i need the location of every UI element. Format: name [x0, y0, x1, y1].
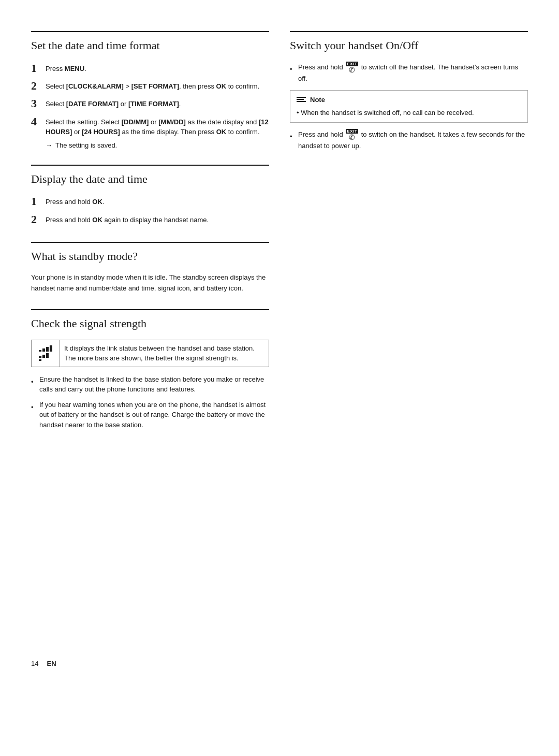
step-2: 2 Select [CLOCK&ALARM] > [SET FORMAT], t…	[31, 79, 269, 93]
bullet-dot-sw1: •	[290, 64, 294, 75]
bullet-dot-1: •	[31, 377, 35, 387]
exit-on-icon: EXIT ✆	[346, 129, 358, 141]
title-set-date-time: Set the date and time format	[31, 38, 269, 53]
left-column: Set the date and time format 1 Press MEN…	[31, 31, 269, 581]
display-step-text-2: Press and hold OK again to display the h…	[46, 213, 209, 225]
section-display-date-time: Display the date and time 1 Press and ho…	[31, 165, 269, 226]
note-box: Note • When the handset is switched off,…	[290, 90, 528, 123]
note-line-3	[297, 101, 306, 102]
arrow-note: → The setting is saved.	[46, 141, 269, 149]
bar-m3	[46, 353, 49, 358]
step-text-4: Select the setting. Select [DD/MM] or [M…	[46, 115, 269, 137]
signal-bars-group	[36, 343, 55, 363]
language-label: EN	[47, 660, 56, 667]
step-4: 4 Select the setting. Select [DD/MM] or …	[31, 115, 269, 137]
step-number-1: 1	[31, 62, 46, 75]
note-line-2	[297, 99, 304, 100]
full-bars	[39, 345, 52, 352]
signal-table: It displays the link status between the …	[31, 340, 269, 367]
note-label: Note	[310, 95, 325, 105]
signal-bullet-text-1: Ensure the handset is linked to the base…	[39, 374, 269, 395]
divider-set-date-time	[31, 31, 269, 32]
title-signal-strength: Check the signal strength	[31, 316, 269, 331]
divider-standby-mode	[31, 242, 269, 243]
title-display-date-time: Display the date and time	[31, 172, 269, 187]
display-step-2: 2 Press and hold OK again to display the…	[31, 213, 269, 226]
display-step-number-1: 1	[31, 195, 46, 208]
step-text-1: Press MENU.	[46, 62, 86, 74]
steps-display-date-time: 1 Press and hold OK. 2 Press and hold OK…	[31, 195, 269, 226]
signal-description-text: It displays the link status between the …	[64, 344, 255, 362]
signal-icons-cell	[32, 340, 60, 367]
switch-bullet-text-2: Press and hold EXIT ✆ to switch on the h…	[298, 129, 528, 151]
arrow-text: The setting is saved.	[55, 141, 117, 149]
exit-off-icon: EXIT ✆	[346, 62, 358, 74]
section-switch-onoff: Switch your handset On/Off • Press and h…	[290, 31, 528, 151]
display-step-text-1: Press and hold OK.	[46, 195, 104, 207]
single-bar-row	[39, 359, 41, 361]
divider-display-date-time	[31, 165, 269, 166]
bullet-dot-2: •	[31, 402, 35, 413]
note-text: • When the handset is switched off, no c…	[297, 108, 521, 118]
switch-bullet-1: • Press and hold EXIT ✆ to switch off th…	[290, 62, 528, 84]
page-number: 14	[31, 660, 38, 667]
display-step-number-2: 2	[31, 213, 46, 226]
bullet-dot-sw2: •	[290, 132, 294, 142]
bar-2	[42, 348, 45, 352]
note-body-text: When the handset is switched off, no cal…	[301, 109, 474, 117]
bar-3	[46, 347, 49, 352]
display-step-1: 1 Press and hold OK.	[31, 195, 269, 208]
step-number-4: 4	[31, 115, 46, 128]
step-number-3: 3	[31, 97, 46, 110]
signal-bullet-1: • Ensure the handset is linked to the ba…	[31, 374, 269, 395]
step-1: 1 Press MENU.	[31, 62, 269, 75]
right-column: Switch your handset On/Off • Press and h…	[290, 31, 528, 581]
section-signal-strength: Check the signal strength	[31, 309, 269, 430]
steps-set-date-time: 1 Press MENU. 2 Select [CLOCK&ALARM] > […	[31, 62, 269, 137]
switch-bullet-text-1: Press and hold EXIT ✆ to switch off the …	[298, 62, 528, 84]
page: Set the date and time format 1 Press MEN…	[0, 0, 559, 756]
bar-m2	[42, 355, 45, 358]
step-text-2: Select [CLOCK&ALARM] > [SET FORMAT], the…	[46, 79, 259, 92]
arrow-symbol: →	[46, 141, 52, 149]
signal-bullet-2: • If you hear warning tones when you are…	[31, 400, 269, 430]
divider-signal-strength	[31, 309, 269, 310]
standby-body: Your phone is in standby mode when it is…	[31, 272, 269, 294]
switch-bullets-2: • Press and hold EXIT ✆ to switch on the…	[290, 129, 528, 151]
step-3: 3 Select [DATE FORMAT] or [TIME FORMAT].	[31, 97, 269, 110]
step-number-2: 2	[31, 79, 46, 93]
step-text-3: Select [DATE FORMAT] or [TIME FORMAT].	[46, 97, 181, 109]
note-lines-icon	[297, 97, 306, 102]
signal-bullets: • Ensure the handset is linked to the ba…	[31, 374, 269, 430]
exit-phone-on: ✆	[349, 134, 355, 141]
bar-m1	[39, 356, 41, 358]
signal-bullet-text-2: If you hear warning tones when you are o…	[39, 400, 269, 430]
table-row: It displays the link status between the …	[32, 340, 269, 367]
section-standby-mode: What is standby mode? Your phone is in s…	[31, 242, 269, 294]
bar-1	[39, 350, 41, 352]
note-line-1	[297, 97, 306, 98]
bar-s1	[39, 359, 41, 361]
medium-bars	[39, 353, 49, 358]
title-switch-onoff: Switch your handset On/Off	[290, 38, 528, 53]
divider-switch-onoff	[290, 31, 528, 32]
page-footer: 14 EN	[31, 592, 528, 735]
note-header: Note	[297, 95, 521, 105]
switch-bullets: • Press and hold EXIT ✆ to switch off th…	[290, 62, 528, 84]
exit-phone-off: ✆	[349, 66, 355, 74]
signal-description-cell: It displays the link status between the …	[60, 340, 269, 367]
bar-4	[50, 345, 52, 352]
title-standby-mode: What is standby mode?	[31, 249, 269, 264]
switch-bullet-2: • Press and hold EXIT ✆ to switch on the…	[290, 129, 528, 151]
section-set-date-time: Set the date and time format 1 Press MEN…	[31, 31, 269, 149]
